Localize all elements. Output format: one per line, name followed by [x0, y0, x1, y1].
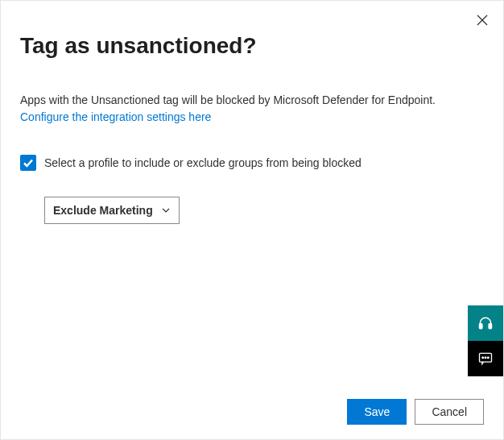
svg-point-5 — [482, 357, 484, 359]
dialog-footer: Save Cancel — [347, 399, 484, 425]
tag-unsanctioned-dialog: Tag as unsanctioned? Apps with the Unsan… — [0, 0, 504, 440]
profile-dropdown[interactable]: Exclude Marketing — [44, 197, 180, 224]
svg-point-7 — [488, 357, 490, 359]
feedback-button[interactable] — [468, 341, 503, 376]
cancel-button[interactable]: Cancel — [415, 399, 484, 425]
dialog-description: Apps with the Unsanctioned tag will be b… — [20, 93, 484, 109]
profile-checkbox-row: Select a profile to include or exclude g… — [20, 155, 484, 171]
dialog-title: Tag as unsanctioned? — [20, 33, 484, 59]
headset-icon — [477, 315, 494, 331]
close-button[interactable] — [473, 10, 492, 30]
save-button[interactable]: Save — [347, 399, 407, 425]
close-icon — [477, 15, 488, 26]
checkmark-icon — [23, 157, 34, 168]
dropdown-value: Exclude Marketing — [53, 204, 153, 217]
svg-rect-3 — [489, 324, 491, 329]
configure-integration-link[interactable]: Configure the integration settings here — [20, 110, 211, 123]
feedback-icon — [477, 351, 494, 367]
profile-checkbox-label: Select a profile to include or exclude g… — [44, 156, 361, 169]
help-button[interactable] — [468, 305, 503, 341]
svg-point-6 — [485, 357, 486, 359]
chevron-down-icon — [161, 205, 171, 215]
profile-checkbox[interactable] — [20, 155, 36, 171]
side-action-buttons — [468, 305, 503, 376]
svg-rect-2 — [480, 324, 482, 329]
